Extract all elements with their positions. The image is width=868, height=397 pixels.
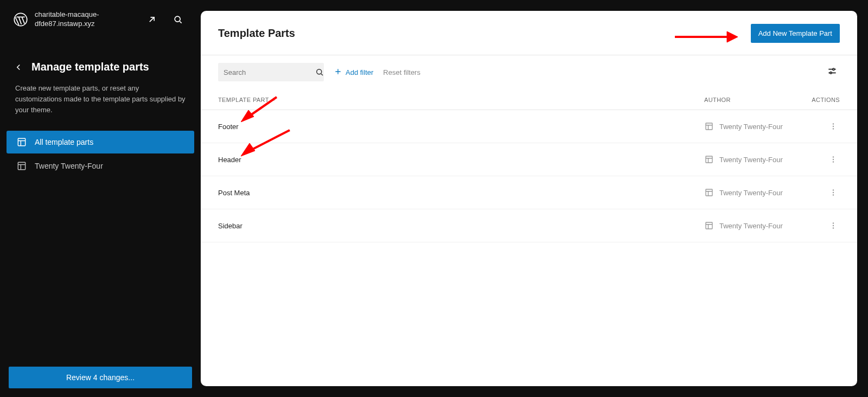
search-box[interactable]	[218, 63, 324, 81]
main-panel: Template Parts Add New Template Part Add…	[201, 11, 857, 386]
svg-point-9	[833, 126, 834, 127]
sidebar-item-label: Twenty Twenty-Four	[35, 162, 103, 170]
add-new-template-part-button[interactable]: Add New Template Part	[751, 24, 840, 43]
table-row: Post Meta Twenty Twenty-Four	[201, 176, 857, 209]
sidebar: charitable-macaque-dfde87.instawp.xyz Ma…	[0, 0, 201, 397]
svg-point-14	[833, 161, 834, 162]
sliders-icon	[827, 66, 838, 79]
svg-point-1	[175, 16, 180, 22]
svg-point-21	[833, 225, 834, 226]
row-actions	[802, 120, 840, 133]
sort-asc-icon	[271, 97, 277, 103]
svg-point-22	[833, 227, 834, 228]
template-part-author: Twenty Twenty-Four	[704, 121, 802, 131]
svg-point-17	[833, 192, 834, 193]
table-header: TEMPLATE PART AUTHOR ACTIONS	[201, 89, 857, 110]
sidebar-nav: All template parts Twenty Twenty-Four	[0, 126, 201, 183]
row-actions	[802, 153, 840, 166]
sidebar-description: Create new template parts, or reset any …	[0, 76, 201, 126]
row-actions-menu-icon[interactable]	[827, 153, 840, 166]
svg-point-5	[833, 68, 834, 70]
svg-rect-3	[18, 163, 25, 170]
add-filter-label: Add filter	[346, 68, 373, 76]
svg-point-16	[833, 189, 834, 190]
sidebar-item-all-template-parts[interactable]: All template parts	[7, 131, 194, 153]
layout-icon	[704, 188, 714, 197]
svg-point-6	[830, 72, 832, 74]
column-header-actions: ACTIONS	[802, 97, 840, 103]
sidebar-top: charitable-macaque-dfde87.instawp.xyz	[0, 0, 201, 39]
page-title: Template Parts	[218, 27, 295, 40]
sidebar-title-row: Manage template parts	[0, 39, 201, 76]
layout-icon	[704, 155, 714, 164]
svg-point-8	[833, 123, 834, 124]
table-row: Header Twenty Twenty-Four	[201, 143, 857, 176]
template-part-author: Twenty Twenty-Four	[704, 188, 802, 197]
sidebar-item-label: All template parts	[35, 138, 93, 146]
svg-rect-2	[18, 139, 25, 146]
template-part-name[interactable]: Footer	[218, 123, 704, 131]
view-options-button[interactable]	[825, 65, 840, 80]
command-palette-icon[interactable]	[168, 10, 188, 29]
row-actions-menu-icon[interactable]	[827, 120, 840, 133]
svg-point-20	[833, 222, 834, 223]
sidebar-title: Manage template parts	[31, 61, 149, 73]
sidebar-footer: Review 4 changes...	[0, 358, 201, 397]
open-site-icon[interactable]	[142, 10, 162, 29]
table-row: Footer Twenty Twenty-Four	[201, 110, 857, 143]
search-input[interactable]	[224, 68, 315, 76]
svg-point-10	[833, 128, 834, 129]
svg-rect-15	[706, 189, 712, 196]
column-header-author[interactable]: AUTHOR	[704, 97, 802, 103]
wordpress-logo-icon[interactable]	[13, 12, 28, 27]
layout-icon	[16, 161, 27, 171]
row-actions	[802, 186, 840, 199]
row-actions-menu-icon[interactable]	[827, 219, 840, 232]
search-icon	[315, 67, 324, 77]
template-part-author: Twenty Twenty-Four	[704, 155, 802, 164]
sidebar-item-theme[interactable]: Twenty Twenty-Four	[7, 155, 194, 177]
template-part-name[interactable]: Post Meta	[218, 189, 704, 197]
site-name: charitable-macaque-dfde87.instawp.xyz	[35, 10, 136, 29]
template-part-author: Twenty Twenty-Four	[704, 221, 802, 230]
svg-rect-19	[706, 222, 712, 229]
layout-icon	[704, 221, 714, 230]
svg-point-4	[317, 69, 322, 74]
template-part-name[interactable]: Sidebar	[218, 222, 704, 230]
layout-icon	[16, 137, 27, 148]
table-row: Sidebar Twenty Twenty-Four	[201, 209, 857, 242]
svg-rect-7	[706, 123, 712, 130]
template-part-name[interactable]: Header	[218, 156, 704, 164]
plus-icon	[334, 67, 342, 78]
row-actions-menu-icon[interactable]	[827, 186, 840, 199]
svg-rect-11	[706, 156, 712, 163]
svg-point-18	[833, 194, 834, 195]
review-changes-button[interactable]: Review 4 changes...	[9, 367, 192, 388]
reset-filters-button[interactable]: Reset filters	[383, 68, 420, 76]
main-header: Template Parts Add New Template Part	[201, 11, 857, 55]
svg-point-13	[833, 159, 834, 160]
layout-icon	[704, 121, 714, 131]
column-header-name[interactable]: TEMPLATE PART	[218, 97, 704, 103]
filter-bar: Add filter Reset filters	[201, 55, 857, 89]
row-actions	[802, 219, 840, 232]
svg-point-12	[833, 156, 834, 157]
add-filter-button[interactable]: Add filter	[334, 67, 373, 78]
back-chevron-icon[interactable]	[13, 62, 24, 72]
